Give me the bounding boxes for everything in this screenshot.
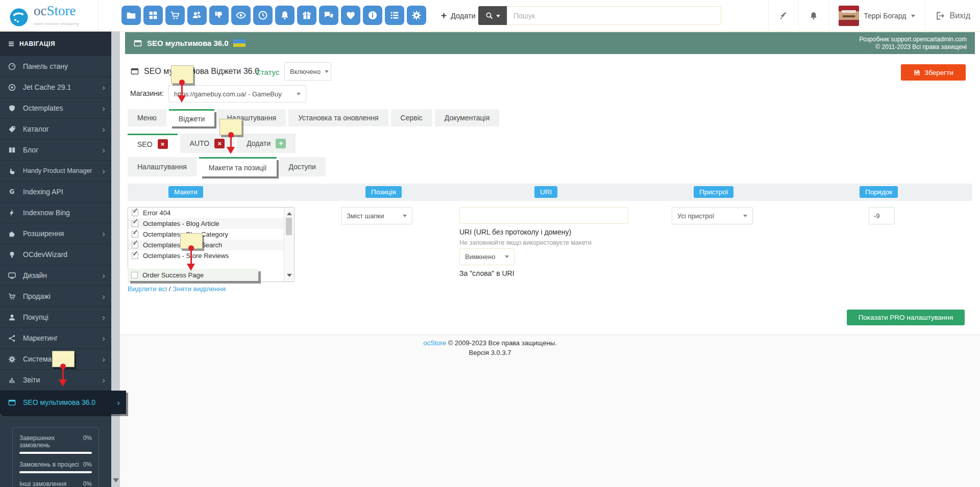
sidebar-item[interactable]: OCdevWizard — [0, 244, 111, 265]
scroll-down-icon[interactable] — [287, 274, 292, 279]
logout-button[interactable]: Вихід — [925, 0, 980, 31]
info-button[interactable] — [363, 6, 382, 25]
sidebar-item[interactable]: Покупці› — [0, 307, 111, 328]
bell-icon — [279, 10, 290, 21]
sidebar-item[interactable]: Indexing API — [0, 182, 111, 202]
sidebar-item[interactable]: Блог› — [0, 140, 111, 161]
chevron-right-icon: › — [102, 271, 105, 280]
checkbox-checked[interactable]: ✓ — [132, 220, 138, 227]
list-item[interactable]: ✓ Octemplates - Store Reviews — [128, 250, 294, 261]
comments-button[interactable] — [319, 6, 338, 25]
sidebar-item[interactable]: Jet Cache 29.1› — [0, 77, 111, 98]
scrollbar-thumb[interactable] — [286, 218, 292, 235]
column-uri[interactable]: URI — [534, 186, 557, 198]
clock-button[interactable] — [253, 6, 273, 25]
sidebar-item[interactable]: Дизайн› — [0, 265, 111, 286]
tab-service[interactable]: Сервіс — [391, 109, 432, 126]
plus-icon — [440, 12, 448, 19]
list-item[interactable]: ✓ Error 404 — [128, 208, 294, 218]
plus-icon[interactable]: + — [276, 139, 286, 148]
tab-documentation[interactable]: Документація — [435, 109, 499, 126]
checkbox-checked[interactable]: ✓ — [132, 252, 138, 259]
folder-button[interactable] — [121, 6, 141, 25]
sidebar-item[interactable]: Octemplates› — [0, 98, 111, 119]
cart-icon — [169, 10, 181, 21]
column-position[interactable]: Позиція — [365, 186, 402, 198]
heart-button[interactable] — [341, 6, 360, 25]
tab-section-settings[interactable]: Налаштування — [128, 157, 197, 176]
ocstore-logo[interactable]: ocStore open source shopping — [8, 4, 79, 31]
sort-order-input[interactable] — [869, 207, 895, 224]
tab-menu[interactable]: Меню — [128, 109, 166, 126]
notifications-button[interactable] — [798, 0, 828, 31]
stat-value: 0% — [83, 434, 92, 449]
uri-input[interactable] — [459, 207, 628, 224]
tab-install-update[interactable]: Установка та оновлення — [288, 109, 388, 126]
column-devices[interactable]: Пристрої — [694, 186, 733, 198]
checkbox-checked[interactable]: ✓ — [132, 210, 138, 216]
status-select[interactable]: Включено — [284, 62, 331, 81]
clock-icon — [257, 10, 268, 21]
cart-button[interactable] — [165, 6, 185, 25]
select-all-link[interactable]: Виділити всі — [128, 285, 167, 293]
list-button[interactable] — [385, 6, 404, 25]
deselect-all-link[interactable]: Зняти виділення — [173, 285, 226, 293]
tab-layouts-positions[interactable]: Макети та позиції — [199, 157, 277, 176]
tab-widgets[interactable]: Віджети — [169, 109, 215, 126]
modules-grid-button[interactable] — [143, 6, 163, 25]
customers-button[interactable] — [187, 6, 207, 25]
add-button[interactable]: Додати — [440, 0, 476, 31]
sidebar-item[interactable]: Продажі› — [0, 286, 111, 307]
checkbox-checked[interactable]: ✓ — [132, 231, 138, 238]
scroll-up-icon[interactable] — [287, 210, 292, 215]
checkbox-unchecked[interactable] — [131, 272, 138, 278]
scroll-down-icon[interactable] — [113, 478, 119, 485]
hamburger-icon[interactable] — [8, 40, 15, 47]
sidebar-item[interactable]: Indexnow Bing — [0, 202, 111, 223]
gear-button[interactable] — [407, 6, 426, 25]
rocket-button[interactable] — [768, 0, 798, 31]
search-button[interactable] — [478, 6, 507, 25]
devices-select[interactable]: Усі пристрої — [672, 207, 753, 224]
position-select[interactable]: Зміст шапки — [341, 207, 412, 224]
user-menu[interactable]: Террі Богард — [828, 0, 924, 31]
bell-button[interactable] — [275, 6, 295, 25]
sidebar-item[interactable]: Маркетинг› — [0, 328, 111, 349]
sidebar-item-label: Продажі — [23, 292, 102, 300]
floppy-icon — [913, 69, 921, 76]
listbox-scrollbar[interactable] — [284, 208, 294, 281]
uri-mode-select[interactable]: Вимкнено — [459, 248, 514, 265]
sidebar-item[interactable]: Панель стану — [0, 56, 111, 77]
tab-widget-seo[interactable]: SEO × — [128, 134, 178, 153]
gift-button[interactable] — [297, 6, 316, 25]
order-stat: Замовлень в процесі0% — [19, 461, 92, 473]
save-button[interactable]: Зберегти — [901, 64, 966, 81]
store-select[interactable]: https://gamebuy.com.ua/ - GameBuy — [168, 85, 306, 102]
list-item[interactable]: ✓ Octemplates - Blog Category — [128, 229, 294, 240]
chevron-down-icon — [325, 70, 329, 75]
callout-arrow — [187, 245, 195, 275]
column-order[interactable]: Порядок — [860, 186, 898, 198]
toolbar-icons — [121, 6, 426, 25]
gear-icon — [8, 355, 16, 364]
list-item[interactable]: ✓ Octemplates - Blog Search — [128, 240, 294, 250]
column-layouts[interactable]: Макети — [168, 186, 203, 198]
search-input[interactable] — [507, 6, 721, 25]
uri-hint: Не заповнюйте якщо використовуєте макети — [459, 239, 592, 246]
tab-widget-add[interactable]: Додати + — [237, 134, 296, 153]
sidebar-item[interactable]: Розширення› — [0, 223, 111, 244]
ocstore-link[interactable]: ocStore — [423, 339, 446, 347]
show-pro-settings-button[interactable]: Показати PRO налаштування — [847, 310, 965, 325]
checkbox-checked[interactable]: ✓ — [132, 242, 138, 248]
sidebar-item[interactable]: Каталог› — [0, 119, 111, 140]
sidebar-item[interactable]: SEO мультимова 36.0› — [0, 391, 126, 414]
tab-access[interactable]: Доступи — [279, 157, 326, 176]
list-item[interactable]: ✓ Octemplates - Blog Article — [128, 218, 294, 229]
thumbs-down-button[interactable] — [209, 6, 229, 25]
close-icon[interactable]: × — [214, 139, 225, 148]
sidebar-item[interactable]: Звіти› — [0, 370, 111, 391]
chevron-right-icon: › — [102, 146, 105, 155]
close-icon[interactable]: × — [158, 139, 168, 149]
sidebar-item[interactable]: Handy Product Manager› — [0, 161, 111, 182]
eye-button[interactable] — [231, 6, 251, 25]
